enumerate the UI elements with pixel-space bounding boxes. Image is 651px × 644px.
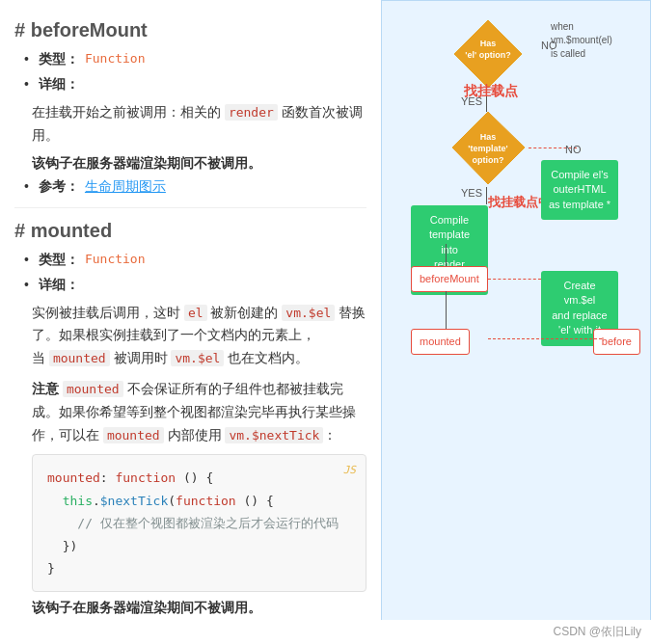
mounted-server-warning: 该钩子在服务器端渲染期间不被调用。 xyxy=(32,600,366,617)
find-mount-label: 找挂载点 xyxy=(464,83,518,100)
mounted-code-block: JS mounted: function () { this.$nextTick… xyxy=(32,454,366,592)
before-mount-section: # beforeMount • 类型： Function • 详细： 在挂载开始… xyxy=(14,19,366,196)
right-panel: Has 'el' option? NO whenvm.$mount(el)is … xyxy=(381,0,651,644)
svg-text:Has: Has xyxy=(480,132,497,142)
detail-item: • 详细： xyxy=(24,76,366,94)
before-mount-description: 在挂载开始之前被调用：相关的 render 函数首次被调用。 xyxy=(32,101,366,148)
before-mount-warning: 该钩子在服务器端渲染期间不被调用。 xyxy=(32,155,366,173)
svg-text:'template': 'template' xyxy=(468,144,507,153)
section-divider xyxy=(14,207,366,208)
ref-item: • 参考： 生命周期图示 xyxy=(24,178,366,196)
mounted-type-item: • 类型： Function xyxy=(24,252,366,269)
yes-label-2: YES xyxy=(461,187,482,199)
mounted-props: • 类型： Function • 详细： xyxy=(14,252,366,294)
mounted-note: 注意 mounted 不会保证所有的子组件也都被挂载完成。如果你希望等到整个视图… xyxy=(32,378,366,446)
compile-el-box: Compile el'souterHTMLas template * xyxy=(541,160,618,220)
mounted-section: # mounted • 类型： Function • 详细： 实例被挂载后调用，… xyxy=(14,220,366,618)
diamond-has-template: Has 'template' option? xyxy=(448,107,529,192)
mounted-desc1: 实例被挂载后调用，这时 el 被新创建的 vm.$el 替换了。如果根实例挂载到… xyxy=(32,302,366,370)
before-mount-props: • 类型： Function • 详细： xyxy=(14,51,366,94)
svg-text:Has: Has xyxy=(480,39,497,48)
before-box: before xyxy=(593,329,640,355)
footer: CSDN @依旧Lily xyxy=(0,620,651,644)
before-mount-heading: # beforeMount xyxy=(14,19,366,41)
when-label: whenvm.$mount(el)is called xyxy=(551,20,612,61)
svg-text:'el' option?: 'el' option? xyxy=(465,50,510,60)
lifecycle-link[interactable]: 生命周期图示 xyxy=(85,178,166,196)
diamond-has-el: Has 'el' option? xyxy=(449,15,517,83)
mounted-detail-item: • 详细： xyxy=(24,277,366,294)
before-mount-ref: • 参考： 生命周期图示 xyxy=(14,178,366,196)
mounted-box: mounted xyxy=(411,329,470,355)
mounted-heading: # mounted xyxy=(14,220,366,242)
no-label-2: NO xyxy=(565,144,582,155)
type-item: • 类型： Function xyxy=(24,51,366,68)
diagram: Has 'el' option? NO whenvm.$mount(el)is … xyxy=(392,11,640,377)
before-mount-box: beforeMount xyxy=(411,266,488,292)
page-container: # beforeMount • 类型： Function • 详细： 在挂载开始… xyxy=(0,0,651,644)
svg-text:option?: option? xyxy=(473,155,504,165)
left-panel: # beforeMount • 类型： Function • 详细： 在挂载开始… xyxy=(0,0,381,644)
